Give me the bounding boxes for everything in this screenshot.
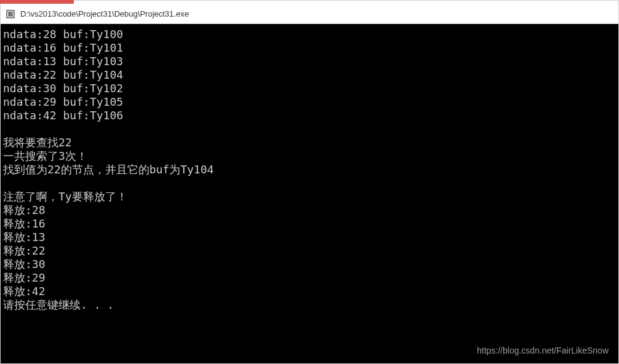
console-line: 我将要查找22 <box>3 136 618 149</box>
tab-indicator <box>0 0 74 4</box>
console-line: ndata:30 buf:Ty102 <box>3 82 618 95</box>
console-output[interactable]: ndata:28 buf:Ty100 ndata:16 buf:Ty101 nd… <box>1 24 618 363</box>
console-line: 找到值为22的节点，并且它的buf为Ty104 <box>3 163 618 176</box>
console-line: 释放:29 <box>3 271 618 285</box>
console-line <box>3 176 618 190</box>
window-title: D:\vs2013\code\Project31\Debug\Project31… <box>20 9 189 18</box>
console-line: ndata:22 buf:Ty104 <box>3 68 618 82</box>
watermark: https://blog.csdn.net/FairLikeSnow <box>477 344 609 357</box>
console-line: ndata:16 buf:Ty101 <box>3 41 618 55</box>
console-line <box>3 122 618 136</box>
console-line: 注意了啊，Ty要释放了！ <box>3 190 618 204</box>
title-bar[interactable]: D:\vs2013\code\Project31\Debug\Project31… <box>1 4 618 24</box>
console-line: 一共搜索了3次！ <box>3 149 618 163</box>
app-icon <box>6 9 15 19</box>
console-line: 释放:16 <box>3 217 618 231</box>
console-line: 释放:28 <box>3 204 618 217</box>
console-line: 请按任意键继续. . . <box>3 298 618 312</box>
console-line: 释放:13 <box>3 231 618 244</box>
console-line: 释放:30 <box>3 258 618 271</box>
console-line: 释放:42 <box>3 285 618 298</box>
console-line: 释放:22 <box>3 244 618 258</box>
console-line: ndata:13 buf:Ty103 <box>3 55 618 68</box>
svg-rect-1 <box>8 12 13 17</box>
console-line: ndata:42 buf:Ty106 <box>3 109 618 122</box>
console-line: ndata:29 buf:Ty105 <box>3 95 618 109</box>
window-frame: D:\vs2013\code\Project31\Debug\Project31… <box>0 0 619 364</box>
console-line: ndata:28 buf:Ty100 <box>3 28 618 41</box>
